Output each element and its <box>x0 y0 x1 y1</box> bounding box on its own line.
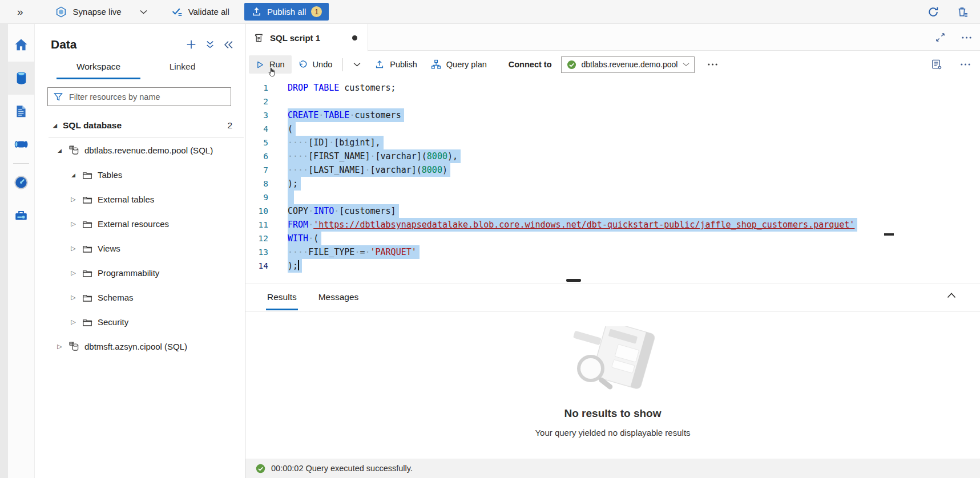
code-line-9[interactable]: 9 <box>245 191 980 204</box>
rail-divider <box>13 163 29 164</box>
folder-icon <box>82 243 93 254</box>
validate-all-button[interactable]: Validate all <box>171 6 229 18</box>
expanded-chevron-icon[interactable]: ◢ <box>55 148 64 153</box>
tree-node-label: dbtmsft.azsyn.cipool (SQL) <box>84 342 187 351</box>
code-line-6[interactable]: 6····[FIRST_NAME]·[varchar](8000), <box>245 149 980 163</box>
line-number: 7 <box>245 163 268 177</box>
collapse-panel-icon[interactable] <box>224 40 233 49</box>
code-line-7[interactable]: 7····[LAST_NAME]·[varchar](8000) <box>245 163 980 177</box>
more-icon <box>707 63 718 66</box>
empty-state-title: No results to show <box>564 407 662 420</box>
code-line-12[interactable]: 12WITH·( <box>245 232 980 245</box>
tab-workspace[interactable]: Workspace <box>57 62 140 79</box>
tree-node-programmability[interactable]: ▷Programmability <box>35 261 245 285</box>
collapsed-chevron-icon[interactable]: ▷ <box>69 318 78 326</box>
collapsed-chevron-icon[interactable]: ▷ <box>69 245 78 252</box>
environment-label: Synapse live <box>73 7 122 17</box>
pool-selector[interactable]: dbtlabs.revenue.demo.pool <box>561 56 695 73</box>
nav-data[interactable] <box>8 62 34 95</box>
chevron-up-icon <box>947 292 956 298</box>
code-line-13[interactable]: 13····FILE_TYPE·=·'PARQUET' <box>245 245 980 259</box>
tree-node-label: Tables <box>98 170 122 180</box>
nav-develop[interactable] <box>8 95 34 128</box>
tab-more-icon[interactable] <box>961 36 972 39</box>
nav-integrate[interactable] <box>8 128 34 161</box>
line-number: 9 <box>245 191 268 204</box>
code-line-5[interactable]: 5····[ID]·[bigint], <box>245 136 980 149</box>
code-line-8[interactable]: 8); <box>245 177 980 191</box>
folder-icon <box>82 194 93 205</box>
collapsed-chevron-icon[interactable]: ▷ <box>55 343 64 350</box>
panel-title: Data <box>51 38 77 51</box>
code-line-10[interactable]: 10COPY·INTO·[customers] <box>245 204 980 218</box>
collapsed-chevron-icon[interactable]: ▷ <box>69 220 78 228</box>
expanded-chevron-icon[interactable]: ◢ <box>69 172 78 178</box>
code-line-4[interactable]: 4( <box>245 122 980 136</box>
refresh-button[interactable] <box>926 5 941 19</box>
splitter-handle[interactable] <box>566 279 581 282</box>
collapse-all-icon[interactable] <box>205 40 215 50</box>
results-splitter[interactable] <box>245 276 980 283</box>
home-icon <box>13 37 29 53</box>
code-line-1[interactable]: 1DROP TABLE customers; <box>245 81 980 95</box>
discard-all-button[interactable] <box>955 5 970 19</box>
nav-monitor[interactable] <box>8 166 34 199</box>
tab-results[interactable]: Results <box>266 285 298 310</box>
undo-button[interactable]: Undo <box>292 55 340 74</box>
resource-filter[interactable] <box>47 87 231 106</box>
tree-node-dbtlabs-revenue-demo-pool-sql[interactable]: ◢dbtlabs.revenue.demo.pool (SQL) <box>35 138 245 163</box>
expanded-chevron-icon[interactable]: ◢ <box>51 123 59 128</box>
unsaved-changes-dot <box>352 35 357 40</box>
tab-linked[interactable]: Linked <box>140 62 224 79</box>
collapse-results-button[interactable] <box>947 292 956 298</box>
collapsed-chevron-icon[interactable]: ▷ <box>69 294 78 301</box>
rail-edge-strip <box>0 24 8 478</box>
no-results-illustration <box>559 326 667 396</box>
publish-count-badge: 1 <box>311 6 322 17</box>
publish-all-button[interactable]: Publish all 1 <box>244 3 329 21</box>
code-line-3[interactable]: 3CREATE·TABLE·customers <box>245 108 980 122</box>
tree-node-sql-database[interactable]: ◢ SQL database 2 <box>35 113 245 137</box>
collapsed-chevron-icon[interactable]: ▷ <box>69 269 78 277</box>
editor-more-icon[interactable] <box>960 63 971 66</box>
nav-home[interactable] <box>8 29 34 62</box>
connected-check-icon <box>567 60 576 70</box>
database-icon <box>68 341 80 353</box>
line-number: 4 <box>245 122 268 136</box>
query-plan-button[interactable]: Query plan <box>424 55 494 74</box>
expand-editor-icon[interactable] <box>935 33 945 42</box>
tree-node-schemas[interactable]: ▷Schemas <box>35 285 245 310</box>
publish-button[interactable]: Publish <box>368 55 424 74</box>
run-button[interactable]: Run <box>249 55 292 74</box>
success-check-icon <box>256 464 265 473</box>
database-icon <box>68 144 80 156</box>
tree-node-security[interactable]: ▷Security <box>35 310 245 334</box>
code-line-11[interactable]: 11FROM·'https://dbtlabsynapsedatalake.bl… <box>245 218 980 232</box>
collapsed-chevron-icon[interactable]: ▷ <box>69 196 78 203</box>
magnifier-icon <box>579 357 603 380</box>
properties-icon[interactable] <box>931 59 943 71</box>
refresh-icon <box>927 6 939 18</box>
tree-node-views[interactable]: ▷Views <box>35 236 245 261</box>
code-line-2[interactable]: 2 <box>245 95 980 108</box>
tab-sql-script-1[interactable]: SQL script 1 <box>245 24 368 51</box>
environment-selector[interactable]: Synapse live <box>55 6 147 18</box>
tree-node-tables[interactable]: ◢Tables <box>35 163 245 187</box>
tab-messages[interactable]: Messages <box>317 285 360 310</box>
filter-input[interactable] <box>68 92 225 102</box>
add-icon[interactable] <box>186 39 196 50</box>
monitor-icon <box>13 175 29 191</box>
results-panel: Results Messages <box>245 283 980 478</box>
nav-manage[interactable] <box>8 199 34 232</box>
toolbar-more-button[interactable] <box>700 58 725 71</box>
expand-sidebar-icon[interactable]: » <box>17 6 23 18</box>
sql-code-editor[interactable]: 1DROP TABLE customers;23CREATE·TABLE·cus… <box>245 78 980 276</box>
tree-node-dbtmsft-azsyn-cipool-sql[interactable]: ▷dbtmsft.azsyn.cipool (SQL) <box>35 334 245 359</box>
tree-node-external-resources[interactable]: ▷External resources <box>35 212 245 236</box>
query-plan-label: Query plan <box>446 60 487 69</box>
code-line-14[interactable]: 14); <box>245 259 980 273</box>
folder-icon <box>82 218 93 230</box>
tree-node-external-tables[interactable]: ▷External tables <box>35 187 245 212</box>
undo-redo-dropdown[interactable] <box>346 58 368 71</box>
toolbar-separator <box>342 58 343 71</box>
